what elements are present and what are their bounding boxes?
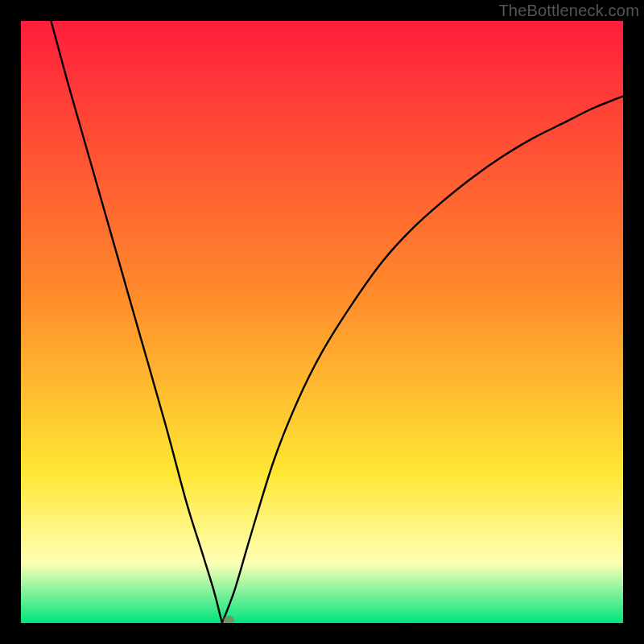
plot-frame <box>21 21 623 623</box>
plot-svg <box>21 21 623 623</box>
gradient-background <box>21 21 623 623</box>
watermark-text: TheBottleneck.com <box>498 2 639 20</box>
chart-stage: TheBottleneck.com <box>0 0 644 644</box>
